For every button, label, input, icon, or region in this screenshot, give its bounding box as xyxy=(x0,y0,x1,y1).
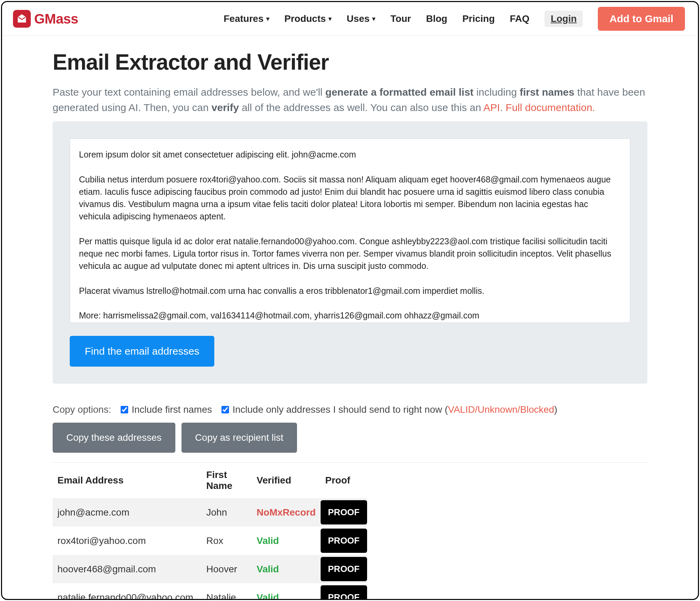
cell-first-name: John xyxy=(202,498,252,527)
proof-button[interactable]: PROOF xyxy=(321,500,367,524)
logo[interactable]: GMass xyxy=(13,10,78,28)
copy-recipient-list-button[interactable]: Copy as recipient list xyxy=(181,423,297,453)
nav-label: Tour xyxy=(390,13,411,24)
nav-label: Features xyxy=(224,13,264,24)
cell-verified: Valid xyxy=(252,527,321,555)
cell-email: hoover468@gmail.com xyxy=(53,555,202,583)
chevron-down-icon: ▾ xyxy=(266,15,269,23)
nav-label: Pricing xyxy=(462,13,495,24)
col-email: Email Address xyxy=(53,463,202,498)
api-link[interactable]: API xyxy=(483,102,500,113)
cell-verified: Valid xyxy=(252,583,321,600)
cell-proof: PROOF xyxy=(321,498,367,527)
docs-link[interactable]: Full documentation. xyxy=(506,102,595,113)
text-input[interactable] xyxy=(70,138,630,323)
col-first-name: First Name xyxy=(202,463,252,498)
intro-bold: first names xyxy=(520,86,574,98)
cell-proof: PROOF xyxy=(321,555,367,583)
chevron-down-icon: ▾ xyxy=(372,15,375,23)
intro-part: including xyxy=(473,86,520,98)
results-table: Email Address First Name Verified Proof … xyxy=(53,463,367,600)
table-row: natalie.fernando00@yahoo.comNatalieValid… xyxy=(53,583,367,600)
input-panel: Find the email addresses xyxy=(53,121,647,384)
table-row: hoover468@gmail.comHooverValidPROOF xyxy=(53,555,367,583)
opt2-vub: VALID/Unknown/Blocked xyxy=(448,404,554,415)
copy-options-label: Copy options: xyxy=(53,404,111,415)
nav-label: FAQ xyxy=(510,13,530,24)
opt2-post: ) xyxy=(554,404,557,415)
cell-first-name: Rox xyxy=(202,527,252,555)
include-first-names-option[interactable]: Include first names xyxy=(121,404,212,415)
intro-part: all of the addresses as well. You can al… xyxy=(239,102,483,113)
col-verified: Verified xyxy=(252,463,321,498)
cell-email: rox4tori@yahoo.com xyxy=(53,527,202,555)
intro-bold: verify xyxy=(212,102,239,113)
page-title: Email Extractor and Verifier xyxy=(53,50,647,75)
cell-proof: PROOF xyxy=(321,583,367,600)
include-first-names-checkbox[interactable] xyxy=(121,406,128,413)
intro-text: Paste your text containing email address… xyxy=(53,84,647,115)
checkbox-label: Include only addresses I should send to … xyxy=(232,404,557,415)
cell-proof: PROOF xyxy=(321,527,367,555)
login-button[interactable]: Login xyxy=(544,11,583,27)
results-table-wrap: Email Address First Name Verified Proof … xyxy=(53,462,647,600)
nav-pricing[interactable]: Pricing xyxy=(462,13,495,24)
include-valid-only-option[interactable]: Include only addresses I should send to … xyxy=(221,404,557,415)
nav-faq[interactable]: FAQ xyxy=(510,13,530,24)
intro-bold: generate a formatted email list xyxy=(325,86,473,98)
table-row: john@acme.comJohnNoMxRecordPROOF xyxy=(53,498,367,527)
nav-label: Blog xyxy=(426,13,447,24)
copy-addresses-button[interactable]: Copy these addresses xyxy=(53,423,175,453)
proof-button[interactable]: PROOF xyxy=(321,585,367,600)
intro-part: Paste your text containing email address… xyxy=(53,86,325,98)
cell-email: natalie.fernando00@yahoo.com xyxy=(53,583,202,600)
copy-buttons-row: Copy these addresses Copy as recipient l… xyxy=(53,423,647,453)
checkbox-label: Include first names xyxy=(132,404,212,415)
include-valid-only-checkbox[interactable] xyxy=(221,406,229,413)
cell-first-name: Natalie xyxy=(202,583,252,600)
proof-button[interactable]: PROOF xyxy=(321,529,367,553)
chevron-down-icon: ▾ xyxy=(328,15,332,23)
copy-options-row: Copy options: Include first names Includ… xyxy=(53,404,647,415)
logo-icon xyxy=(13,10,31,28)
nav-features[interactable]: Features▾ xyxy=(224,13,269,24)
opt2-pre: Include only addresses I should send to … xyxy=(232,404,448,415)
intro-part: . xyxy=(500,102,506,113)
find-addresses-button[interactable]: Find the email addresses xyxy=(70,336,214,367)
header: GMass Features▾Products▾Uses▾TourBlogPri… xyxy=(2,2,698,36)
cell-verified: Valid xyxy=(252,555,321,583)
nav-label: Uses xyxy=(347,13,369,24)
nav-blog[interactable]: Blog xyxy=(426,13,447,24)
col-proof: Proof xyxy=(321,463,367,498)
nav-products[interactable]: Products▾ xyxy=(284,13,332,24)
logo-text: GMass xyxy=(34,11,78,27)
nav: Features▾Products▾Uses▾TourBlogPricingFA… xyxy=(224,7,685,31)
nav-tour[interactable]: Tour xyxy=(390,13,411,24)
nav-label: Products xyxy=(284,13,326,24)
nav-uses[interactable]: Uses▾ xyxy=(347,13,375,24)
add-to-gmail-button[interactable]: Add to Gmail xyxy=(598,7,685,31)
cell-first-name: Hoover xyxy=(202,555,252,583)
table-row: rox4tori@yahoo.comRoxValidPROOF xyxy=(53,527,367,555)
proof-button[interactable]: PROOF xyxy=(321,557,367,581)
cell-verified: NoMxRecord xyxy=(252,498,321,527)
cell-email: john@acme.com xyxy=(53,498,202,527)
